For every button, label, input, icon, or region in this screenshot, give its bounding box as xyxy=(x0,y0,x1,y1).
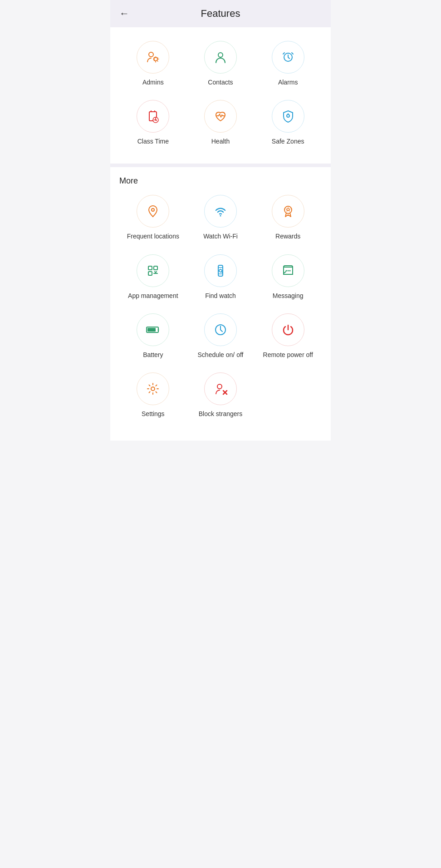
svg-point-31 xyxy=(151,387,155,391)
header: ← Features xyxy=(110,0,331,27)
svg-point-11 xyxy=(216,114,225,120)
svg-rect-17 xyxy=(148,266,152,270)
svg-point-12 xyxy=(287,114,289,117)
alarms-label: Alarms xyxy=(278,78,298,86)
contacts-label: Contacts xyxy=(208,78,233,86)
app-management-label: App management xyxy=(128,292,178,300)
watch-wifi-label: Watch Wi-Fi xyxy=(203,232,238,240)
rewards-label: Rewards xyxy=(275,232,300,240)
svg-point-25 xyxy=(285,270,287,271)
find-watch-label: Find watch xyxy=(205,292,236,300)
settings-label: Settings xyxy=(142,410,165,418)
schedule-on-off-icon xyxy=(204,313,237,346)
frequent-locations-label: Frequent locations xyxy=(127,232,179,240)
feature-item-contacts[interactable]: Contacts xyxy=(187,36,255,91)
safe-zones-icon xyxy=(272,100,304,133)
alarms-icon xyxy=(272,41,304,74)
frequent-locations-icon xyxy=(137,195,169,228)
more-label: More xyxy=(115,176,326,190)
section-divider xyxy=(110,164,331,167)
schedule-on-off-label: Schedule on/ off xyxy=(198,351,244,359)
remote-power-off-label: Remote power off xyxy=(263,351,313,359)
admins-icon xyxy=(137,41,169,74)
feature-item-frequent-locations[interactable]: Frequent locations xyxy=(119,190,187,245)
admins-label: Admins xyxy=(142,78,164,86)
svg-rect-18 xyxy=(154,266,157,270)
feature-item-schedule-on-off[interactable]: Schedule on/ off xyxy=(187,309,255,363)
messaging-icon xyxy=(272,254,304,287)
safe-zones-label: Safe Zones xyxy=(272,137,304,145)
app-management-icon xyxy=(137,254,169,287)
feature-item-alarms[interactable]: Alarms xyxy=(254,36,322,91)
svg-point-2 xyxy=(218,53,223,57)
svg-point-16 xyxy=(284,206,292,213)
contacts-icon xyxy=(204,41,237,74)
watch-wifi-icon xyxy=(204,195,237,228)
feature-item-class-time[interactable]: Class Time xyxy=(119,95,187,150)
battery-label: Battery xyxy=(143,351,163,359)
svg-point-14 xyxy=(152,208,154,211)
svg-rect-19 xyxy=(148,272,152,275)
feature-item-battery[interactable]: Battery xyxy=(119,309,187,363)
remote-power-off-icon xyxy=(272,313,304,346)
page-title: Features xyxy=(201,8,240,20)
feature-item-app-management[interactable]: App management xyxy=(119,250,187,304)
top-features-grid: Admins Contacts Alarms Class Time Health… xyxy=(115,36,326,159)
feature-item-messaging[interactable]: Messaging xyxy=(254,250,322,304)
find-watch-icon xyxy=(204,254,237,287)
feature-item-find-watch[interactable]: Find watch xyxy=(187,250,255,304)
feature-item-remote-power-off[interactable]: Remote power off xyxy=(254,309,322,363)
class-time-label: Class Time xyxy=(137,137,169,145)
svg-point-26 xyxy=(287,270,289,271)
feature-item-settings[interactable]: Settings xyxy=(119,368,187,422)
messaging-label: Messaging xyxy=(273,292,304,300)
feature-item-health[interactable]: Health xyxy=(187,95,255,150)
more-section: More Frequent locations Watch Wi-Fi Rewa… xyxy=(110,167,331,441)
svg-point-15 xyxy=(220,215,221,217)
feature-item-block-strangers[interactable]: Block strangers xyxy=(187,368,255,422)
battery-icon xyxy=(137,313,169,346)
svg-point-27 xyxy=(289,270,290,271)
settings-icon xyxy=(137,372,169,405)
feature-item-rewards[interactable]: Rewards xyxy=(254,190,322,245)
feature-item-watch-wifi[interactable]: Watch Wi-Fi xyxy=(187,190,255,245)
feature-item-admins[interactable]: Admins xyxy=(119,36,187,91)
back-button[interactable]: ← xyxy=(119,8,129,20)
rewards-icon xyxy=(272,195,304,228)
svg-point-32 xyxy=(217,384,222,389)
more-features-grid: Frequent locations Watch Wi-Fi Rewards A… xyxy=(115,190,326,432)
health-label: Health xyxy=(211,137,230,145)
block-strangers-icon xyxy=(204,372,237,405)
svg-point-0 xyxy=(149,52,153,57)
top-features-section: Admins Contacts Alarms Class Time Health… xyxy=(110,27,331,164)
block-strangers-label: Block strangers xyxy=(199,410,242,418)
class-time-icon xyxy=(137,100,169,133)
svg-rect-29 xyxy=(147,328,156,332)
feature-item-safe-zones[interactable]: Safe Zones xyxy=(254,95,322,150)
health-icon xyxy=(204,100,237,133)
